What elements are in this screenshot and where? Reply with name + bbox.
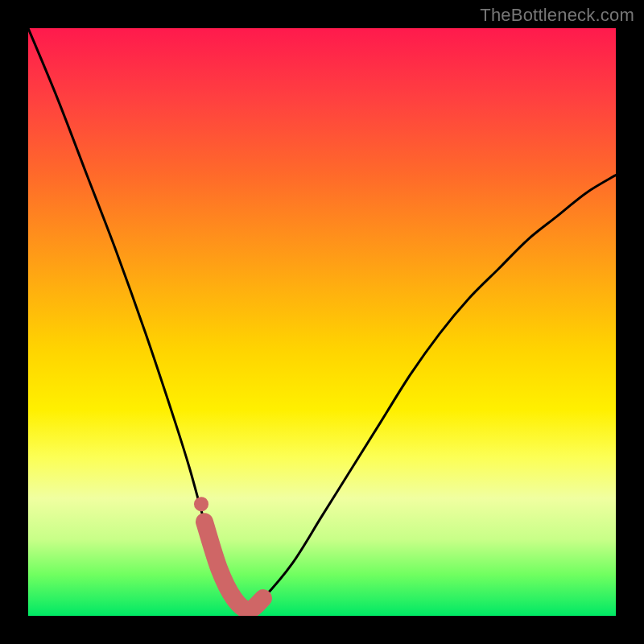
- curve-svg: [28, 28, 616, 616]
- chart-frame: TheBottleneck.com: [0, 0, 644, 644]
- optimal-range-highlight: [204, 522, 263, 610]
- watermark-text: TheBottleneck.com: [480, 5, 634, 26]
- plot-area: [28, 28, 616, 616]
- bottleneck-curve: [28, 28, 616, 610]
- optimal-marker-dot: [194, 497, 208, 511]
